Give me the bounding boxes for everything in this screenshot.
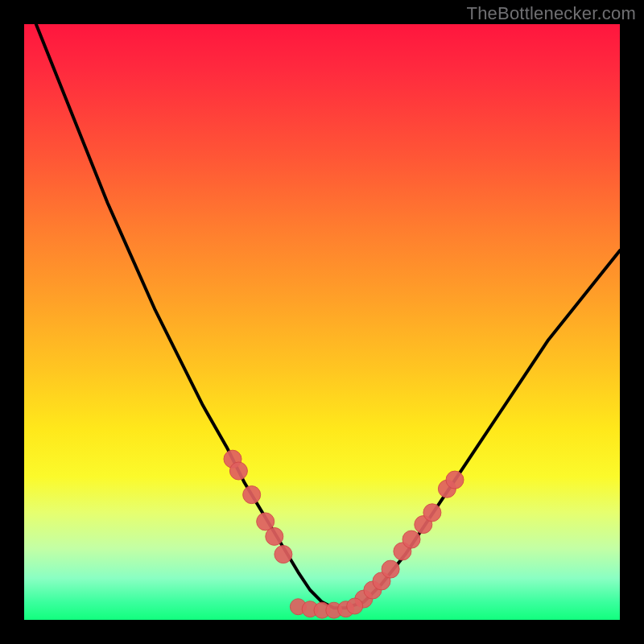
marker-left bbox=[275, 546, 292, 564]
marker-right bbox=[446, 471, 464, 489]
marker-left bbox=[229, 462, 247, 480]
marker-left bbox=[243, 486, 261, 504]
chart-frame: TheBottlenecker.com bbox=[0, 0, 644, 644]
marker-bottom bbox=[347, 598, 363, 614]
chart-svg bbox=[24, 24, 620, 620]
marker-right bbox=[423, 504, 441, 522]
plot-area bbox=[24, 24, 620, 620]
marker-right bbox=[402, 530, 420, 548]
marker-left bbox=[266, 527, 283, 545]
bottleneck-curve bbox=[36, 24, 620, 608]
marker-right bbox=[382, 560, 399, 578]
watermark-text: TheBottlenecker.com bbox=[467, 3, 636, 24]
